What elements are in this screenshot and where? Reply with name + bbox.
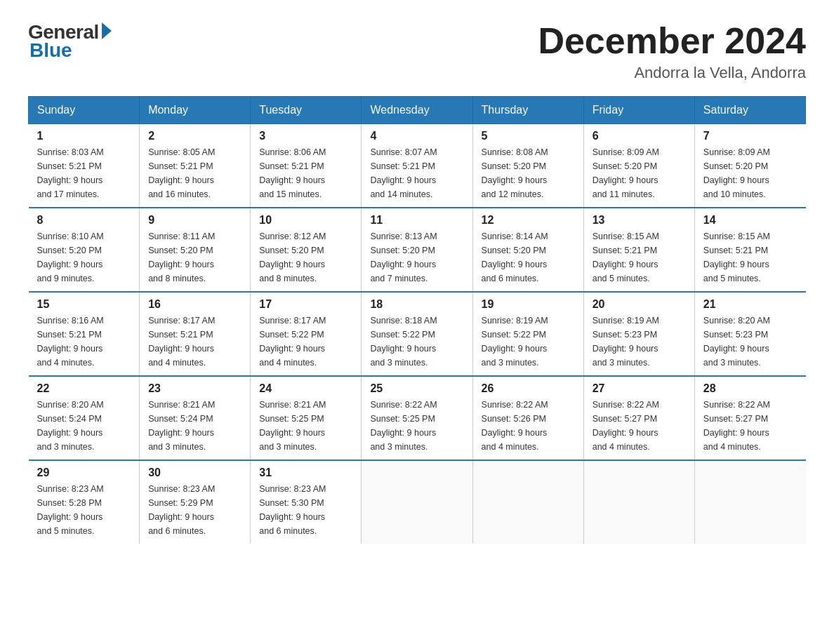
day-number: 21: [703, 298, 797, 311]
calendar-cell: 21 Sunrise: 8:20 AM Sunset: 5:23 PM Dayl…: [694, 292, 805, 376]
day-info: Sunrise: 8:10 AM Sunset: 5:20 PM Dayligh…: [37, 229, 131, 286]
calendar-week-row: 22 Sunrise: 8:20 AM Sunset: 5:24 PM Dayl…: [29, 376, 806, 460]
day-info: Sunrise: 8:17 AM Sunset: 5:22 PM Dayligh…: [259, 314, 352, 370]
calendar-cell: 24 Sunrise: 8:21 AM Sunset: 5:25 PM Dayl…: [251, 376, 362, 460]
day-info: Sunrise: 8:22 AM Sunset: 5:25 PM Dayligh…: [370, 398, 463, 454]
calendar-cell: 13 Sunrise: 8:15 AM Sunset: 5:21 PM Dayl…: [583, 208, 694, 292]
calendar-cell: 18 Sunrise: 8:18 AM Sunset: 5:22 PM Dayl…: [362, 292, 472, 376]
calendar-cell: [472, 460, 583, 544]
day-info: Sunrise: 8:13 AM Sunset: 5:20 PM Dayligh…: [370, 229, 463, 286]
day-number: 11: [370, 214, 463, 227]
day-number: 31: [259, 467, 352, 479]
day-number: 17: [259, 298, 352, 311]
day-info: Sunrise: 8:22 AM Sunset: 5:26 PM Dayligh…: [482, 398, 575, 454]
calendar-cell: 5 Sunrise: 8:08 AM Sunset: 5:20 PM Dayli…: [472, 124, 583, 208]
day-info: Sunrise: 8:22 AM Sunset: 5:27 PM Dayligh…: [593, 398, 686, 454]
calendar-cell: 3 Sunrise: 8:06 AM Sunset: 5:21 PM Dayli…: [251, 124, 362, 208]
calendar-cell: [694, 460, 805, 544]
logo-blue-text: Blue: [29, 39, 72, 62]
day-number: 30: [148, 467, 241, 479]
day-info: Sunrise: 8:23 AM Sunset: 5:30 PM Dayligh…: [259, 482, 352, 538]
day-number: 29: [37, 467, 131, 479]
calendar-cell: 29 Sunrise: 8:23 AM Sunset: 5:28 PM Dayl…: [29, 460, 140, 544]
day-number: 15: [37, 298, 131, 311]
day-info: Sunrise: 8:20 AM Sunset: 5:23 PM Dayligh…: [703, 314, 797, 370]
day-number: 6: [593, 130, 686, 142]
calendar-cell: 16 Sunrise: 8:17 AM Sunset: 5:21 PM Dayl…: [140, 292, 251, 376]
header-thursday: Thursday: [472, 97, 583, 124]
day-number: 24: [259, 382, 352, 395]
header-wednesday: Wednesday: [362, 97, 472, 124]
day-number: 23: [148, 382, 241, 395]
calendar-cell: 27 Sunrise: 8:22 AM Sunset: 5:27 PM Dayl…: [583, 376, 694, 460]
calendar-cell: 28 Sunrise: 8:22 AM Sunset: 5:27 PM Dayl…: [694, 376, 805, 460]
calendar-cell: 10 Sunrise: 8:12 AM Sunset: 5:20 PM Dayl…: [251, 208, 362, 292]
day-number: 3: [259, 130, 352, 142]
calendar-cell: 20 Sunrise: 8:19 AM Sunset: 5:23 PM Dayl…: [583, 292, 694, 376]
day-info: Sunrise: 8:14 AM Sunset: 5:20 PM Dayligh…: [482, 229, 575, 286]
day-number: 19: [482, 298, 575, 311]
day-number: 20: [593, 298, 686, 311]
calendar-cell: 9 Sunrise: 8:11 AM Sunset: 5:20 PM Dayli…: [140, 208, 251, 292]
calendar-cell: 7 Sunrise: 8:09 AM Sunset: 5:20 PM Dayli…: [694, 124, 805, 208]
header-tuesday: Tuesday: [251, 97, 362, 124]
page-header: General Blue December 2024 Andorra la Ve…: [28, 21, 806, 82]
calendar-cell: 25 Sunrise: 8:22 AM Sunset: 5:25 PM Dayl…: [362, 376, 472, 460]
day-info: Sunrise: 8:15 AM Sunset: 5:21 PM Dayligh…: [593, 229, 686, 286]
day-number: 16: [148, 298, 241, 311]
header-monday: Monday: [140, 97, 251, 124]
day-number: 4: [370, 130, 463, 142]
calendar-cell: 17 Sunrise: 8:17 AM Sunset: 5:22 PM Dayl…: [251, 292, 362, 376]
day-info: Sunrise: 8:16 AM Sunset: 5:21 PM Dayligh…: [37, 314, 131, 370]
calendar-cell: 22 Sunrise: 8:20 AM Sunset: 5:24 PM Dayl…: [29, 376, 140, 460]
header-friday: Friday: [583, 97, 694, 124]
day-info: Sunrise: 8:08 AM Sunset: 5:20 PM Dayligh…: [482, 145, 575, 201]
logo-arrow-icon: [102, 22, 112, 39]
day-info: Sunrise: 8:19 AM Sunset: 5:23 PM Dayligh…: [593, 314, 686, 370]
logo: General Blue: [28, 21, 112, 62]
calendar-cell: 31 Sunrise: 8:23 AM Sunset: 5:30 PM Dayl…: [251, 460, 362, 544]
day-info: Sunrise: 8:07 AM Sunset: 5:21 PM Dayligh…: [370, 145, 463, 201]
day-info: Sunrise: 8:19 AM Sunset: 5:22 PM Dayligh…: [482, 314, 575, 370]
calendar-week-row: 8 Sunrise: 8:10 AM Sunset: 5:20 PM Dayli…: [29, 208, 806, 292]
day-number: 25: [370, 382, 463, 395]
day-info: Sunrise: 8:20 AM Sunset: 5:24 PM Dayligh…: [37, 398, 131, 454]
day-info: Sunrise: 8:09 AM Sunset: 5:20 PM Dayligh…: [593, 145, 686, 201]
calendar-cell: 1 Sunrise: 8:03 AM Sunset: 5:21 PM Dayli…: [29, 124, 140, 208]
day-number: 28: [703, 382, 797, 395]
month-title: December 2024: [538, 21, 806, 61]
day-number: 12: [482, 214, 575, 227]
day-info: Sunrise: 8:09 AM Sunset: 5:20 PM Dayligh…: [703, 145, 797, 201]
day-number: 14: [703, 214, 797, 227]
day-number: 7: [703, 130, 797, 142]
day-number: 9: [148, 214, 241, 227]
calendar-cell: 8 Sunrise: 8:10 AM Sunset: 5:20 PM Dayli…: [29, 208, 140, 292]
day-number: 10: [259, 214, 352, 227]
location-subtitle: Andorra la Vella, Andorra: [538, 64, 806, 82]
day-number: 1: [37, 130, 131, 142]
day-info: Sunrise: 8:21 AM Sunset: 5:24 PM Dayligh…: [148, 398, 241, 454]
day-number: 13: [593, 214, 686, 227]
day-number: 22: [37, 382, 131, 395]
day-number: 18: [370, 298, 463, 311]
title-section: December 2024 Andorra la Vella, Andorra: [538, 21, 806, 82]
day-info: Sunrise: 8:06 AM Sunset: 5:21 PM Dayligh…: [259, 145, 352, 201]
day-info: Sunrise: 8:23 AM Sunset: 5:29 PM Dayligh…: [148, 482, 241, 538]
calendar-cell: 14 Sunrise: 8:15 AM Sunset: 5:21 PM Dayl…: [694, 208, 805, 292]
calendar-cell: 30 Sunrise: 8:23 AM Sunset: 5:29 PM Dayl…: [140, 460, 251, 544]
day-info: Sunrise: 8:11 AM Sunset: 5:20 PM Dayligh…: [148, 229, 241, 286]
calendar-cell: 15 Sunrise: 8:16 AM Sunset: 5:21 PM Dayl…: [29, 292, 140, 376]
day-info: Sunrise: 8:22 AM Sunset: 5:27 PM Dayligh…: [703, 398, 797, 454]
day-info: Sunrise: 8:21 AM Sunset: 5:25 PM Dayligh…: [259, 398, 352, 454]
day-info: Sunrise: 8:03 AM Sunset: 5:21 PM Dayligh…: [37, 145, 131, 201]
calendar-cell: 6 Sunrise: 8:09 AM Sunset: 5:20 PM Dayli…: [583, 124, 694, 208]
day-number: 27: [593, 382, 686, 395]
calendar-week-row: 15 Sunrise: 8:16 AM Sunset: 5:21 PM Dayl…: [29, 292, 806, 376]
day-info: Sunrise: 8:17 AM Sunset: 5:21 PM Dayligh…: [148, 314, 241, 370]
day-info: Sunrise: 8:18 AM Sunset: 5:22 PM Dayligh…: [370, 314, 463, 370]
calendar-week-row: 29 Sunrise: 8:23 AM Sunset: 5:28 PM Dayl…: [29, 460, 806, 544]
day-info: Sunrise: 8:15 AM Sunset: 5:21 PM Dayligh…: [703, 229, 797, 286]
calendar-cell: 23 Sunrise: 8:21 AM Sunset: 5:24 PM Dayl…: [140, 376, 251, 460]
calendar-cell: 12 Sunrise: 8:14 AM Sunset: 5:20 PM Dayl…: [472, 208, 583, 292]
day-info: Sunrise: 8:12 AM Sunset: 5:20 PM Dayligh…: [259, 229, 352, 286]
